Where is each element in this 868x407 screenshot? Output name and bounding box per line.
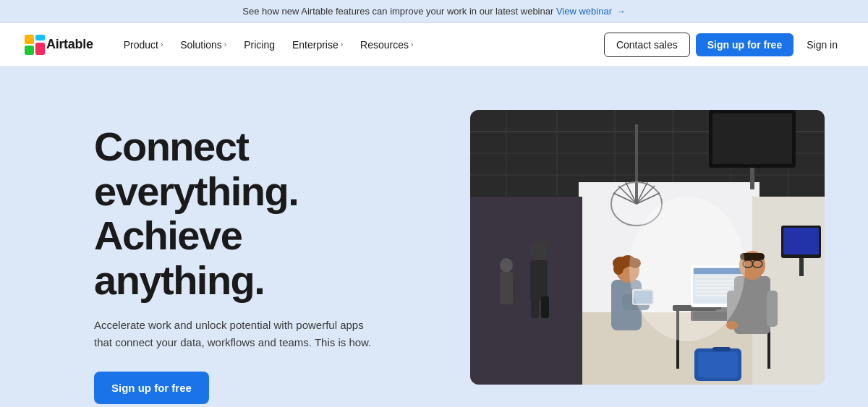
solutions-chevron-icon: › bbox=[224, 40, 226, 48]
svg-point-78 bbox=[629, 197, 745, 341]
logo[interactable]: Airtable bbox=[23, 33, 93, 56]
airtable-logo-icon bbox=[23, 33, 46, 56]
nav-actions: Contact sales Sign up for free Sign in bbox=[604, 33, 845, 57]
signin-button[interactable]: Sign in bbox=[799, 33, 845, 56]
svg-rect-1 bbox=[35, 35, 45, 40]
svg-rect-35 bbox=[541, 296, 549, 318]
nav-item-product[interactable]: Product › bbox=[116, 33, 171, 56]
svg-rect-77 bbox=[500, 272, 513, 304]
studio-scene-svg bbox=[470, 110, 825, 385]
svg-rect-72 bbox=[712, 347, 731, 351]
resources-chevron-icon: › bbox=[411, 40, 413, 48]
svg-rect-68 bbox=[767, 291, 778, 327]
svg-rect-2 bbox=[35, 43, 45, 55]
nav-item-solutions[interactable]: Solutions › bbox=[173, 33, 234, 56]
arrow-icon: → bbox=[616, 6, 626, 17]
contact-sales-button[interactable]: Contact sales bbox=[604, 33, 690, 57]
hero-subtitle: Accelerate work and unlock potential wit… bbox=[94, 317, 383, 351]
svg-rect-71 bbox=[698, 352, 738, 377]
hero-section: Connect everything. Achieve anything. Ac… bbox=[0, 67, 868, 407]
announcement-banner: See how new Airtable features can improv… bbox=[0, 0, 868, 23]
hero-signup-button[interactable]: Sign up for free bbox=[94, 372, 209, 404]
nav-item-resources[interactable]: Resources › bbox=[353, 33, 420, 56]
navbar: Airtable Product › Solutions › Pricing E… bbox=[0, 23, 868, 67]
svg-point-41 bbox=[613, 263, 624, 275]
nav-item-enterprise[interactable]: Enterprise › bbox=[285, 33, 350, 56]
signup-button-nav[interactable]: Sign up for free bbox=[696, 33, 793, 56]
hero-image bbox=[470, 110, 825, 385]
svg-rect-74 bbox=[783, 228, 819, 254]
svg-rect-3 bbox=[25, 46, 34, 55]
hero-image-area bbox=[470, 110, 825, 385]
svg-point-69 bbox=[726, 321, 738, 330]
nav-item-pricing[interactable]: Pricing bbox=[237, 33, 282, 56]
announcement-link[interactable]: View webinar → bbox=[556, 6, 626, 17]
svg-point-76 bbox=[500, 258, 513, 273]
svg-rect-75 bbox=[799, 258, 804, 276]
product-chevron-icon: › bbox=[161, 40, 163, 48]
enterprise-chevron-icon: › bbox=[341, 40, 343, 48]
hero-content: Connect everything. Achieve anything. Ac… bbox=[94, 110, 441, 404]
svg-rect-34 bbox=[531, 296, 539, 318]
svg-rect-17 bbox=[470, 197, 582, 385]
hero-title: Connect everything. Achieve anything. bbox=[94, 124, 441, 302]
svg-rect-0 bbox=[25, 35, 34, 44]
nav-links: Product › Solutions › Pricing Enterprise… bbox=[116, 33, 604, 56]
svg-point-32 bbox=[530, 241, 548, 261]
announcement-text: See how new Airtable features can improv… bbox=[242, 6, 553, 17]
logo-text: Airtable bbox=[46, 37, 93, 52]
svg-rect-33 bbox=[530, 260, 548, 300]
svg-rect-20 bbox=[712, 113, 792, 164]
